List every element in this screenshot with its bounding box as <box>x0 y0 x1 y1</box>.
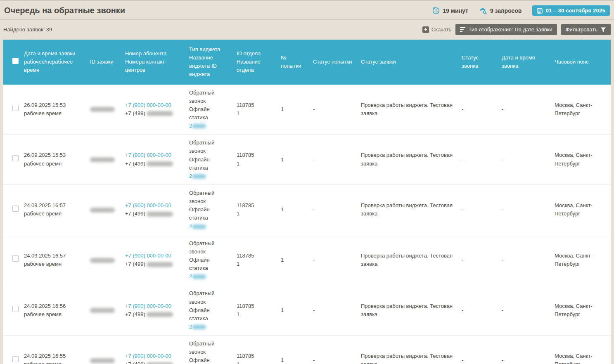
work-time-label: рабочее время <box>24 260 83 268</box>
call-datetime-empty: - <box>502 257 503 263</box>
subscriber-phone-link[interactable]: +7 (900) 000-00-00 <box>125 152 171 158</box>
attempt-number: 1 <box>281 307 284 313</box>
filter-button[interactable]: Фильтровать <box>561 24 611 35</box>
row-checkbox[interactable] <box>12 206 19 212</box>
request-id-redacted <box>90 157 115 162</box>
row-checkbox[interactable] <box>12 356 19 362</box>
display-type-label: Тип отображения: По дате заявки <box>468 26 552 33</box>
department-cell: 1187851 <box>233 85 277 135</box>
widget-name: Офлайн статика <box>189 206 230 222</box>
subscriber-phone: +7 (900) 000-00-00 <box>125 101 183 109</box>
subscriber-phone-link[interactable]: +7 (900) 000-00-00 <box>125 202 171 208</box>
row-checkbox[interactable] <box>12 255 19 262</box>
call-status-cell: - <box>458 184 498 235</box>
request-datetime-cell: 24.09.2025 16:56рабочее время <box>21 285 87 336</box>
call-datetime-cell: - <box>498 85 551 135</box>
request-datetime: 24.09.2025 16:56 <box>24 302 83 310</box>
timezone-cell: Москва, Санкт-Петербург <box>551 135 611 185</box>
funnel-icon <box>600 27 606 33</box>
work-time-label: рабочее время <box>24 210 83 218</box>
call-datetime-empty: - <box>502 156 503 163</box>
attempt-number-cell: 1 <box>277 184 310 235</box>
request-id-redacted <box>90 107 115 112</box>
attempt-status-cell: - <box>310 235 358 285</box>
callbacks-table: Дата и время заявки рабочее/нерабочее вр… <box>3 40 611 364</box>
timezone-cell: Москва, Санкт-Петербург <box>551 235 611 285</box>
widget-type: Обратный звонок <box>189 189 230 206</box>
department-name: 1 <box>237 160 274 168</box>
subscriber-phone-link[interactable]: +7 (900) 000-00-00 <box>125 102 171 108</box>
call-status-cell: - <box>458 235 498 285</box>
row-checkbox[interactable] <box>12 155 19 161</box>
col-request-id: ID заявки <box>87 40 122 85</box>
department-name: 1 <box>237 310 274 319</box>
call-status-cell: - <box>458 336 498 364</box>
contact-center-phone: +7 (499) <box>125 160 183 168</box>
request-datetime-cell: 24.09.2025 16:55рабочее время <box>21 336 87 364</box>
request-datetime: 24.09.2025 16:57 <box>24 252 83 260</box>
phone-cell: +7 (900) 000-00-00+7 (499) <box>122 85 186 135</box>
contact-center-redacted <box>147 362 173 364</box>
timezone-cell: Москва, Санкт-Петербург <box>551 285 611 336</box>
request-status-cell: Проверка работы виджета. Тестовая заявка <box>358 184 458 235</box>
call-status: - <box>462 206 463 213</box>
table-header: Дата и время заявки рабочее/нерабочее вр… <box>3 40 611 85</box>
timezone: Москва, Санкт-Петербург <box>555 253 593 267</box>
calendar-icon <box>537 8 543 14</box>
display-type-button[interactable]: Тип отображения: По дате заявки <box>455 24 557 35</box>
widget-id[interactable]: 2 <box>189 172 230 180</box>
phone-cell: +7 (900) 000-00-00+7 (499) <box>122 135 186 185</box>
contact-center-redacted <box>147 111 173 116</box>
widget-id[interactable]: 2 <box>189 272 230 281</box>
work-time-label: рабочее время <box>24 109 83 118</box>
page-header: Очередь на обратные звонки 19 минут 9 за… <box>0 1 614 20</box>
row-checkbox[interactable] <box>12 105 19 111</box>
subscriber-phone-link[interactable]: +7 (900) 000-00-00 <box>125 303 171 309</box>
attempt-number: 1 <box>281 206 284 213</box>
widget-name: Офлайн статика <box>189 306 230 323</box>
download-button[interactable]: Скачать <box>422 26 452 33</box>
department-name: 1 <box>237 210 274 218</box>
widget-id-redacted <box>192 274 206 279</box>
sort-lines-icon <box>460 27 465 32</box>
subscriber-phone-link[interactable]: +7 (900) 000-00-00 <box>125 253 171 259</box>
timezone: Москва, Санкт-Петербург <box>555 152 593 166</box>
request-datetime-cell: 26.09.2025 15:53рабочее время <box>21 135 87 185</box>
request-status-cell: Проверка работы виджета. Тестовая заявка <box>358 85 458 135</box>
request-status-cell: Проверка работы виджета. Тестовая заявка <box>358 285 458 336</box>
widget-id[interactable]: 2 <box>189 222 230 231</box>
found-count: Найдено заявок: 39 <box>3 26 52 33</box>
contact-center-phone: +7 (499) <box>125 360 183 364</box>
subscriber-phone: +7 (900) 000-00-00 <box>125 352 183 360</box>
request-id-cell <box>87 336 122 364</box>
contact-center-redacted <box>147 161 173 166</box>
request-id-cell <box>87 184 122 235</box>
request-id-cell <box>87 235 122 285</box>
department-cell: 1187851 <box>233 336 277 364</box>
table-row: 24.09.2025 16:57рабочее время+7 (900) 00… <box>3 184 611 235</box>
attempt-status: - <box>313 106 315 112</box>
timezone: Москва, Санкт-Петербург <box>555 303 593 317</box>
work-time-label: рабочее время <box>24 360 83 364</box>
request-status: Проверка работы виджета. Тестовая заявка <box>361 303 453 317</box>
widget-id[interactable]: 2 <box>189 122 230 130</box>
checkbox-cell <box>3 85 21 135</box>
date-range-button[interactable]: 01 – 30 сентября 2025 <box>532 5 610 16</box>
call-status: - <box>462 357 463 363</box>
department-id: 118785 <box>237 352 274 360</box>
widget-id[interactable]: 2 <box>189 323 230 331</box>
widget-cell: Обратный звонокОфлайн статика2 <box>186 336 233 364</box>
duration-label: 19 минут <box>443 7 468 14</box>
timezone: Москва, Санкт-Петербург <box>555 102 593 116</box>
row-checkbox[interactable] <box>12 306 19 312</box>
request-datetime: 26.09.2025 15:53 <box>24 151 83 159</box>
call-datetime-empty: - <box>502 357 503 363</box>
attempt-number: 1 <box>281 357 284 363</box>
call-status: - <box>462 257 463 263</box>
download-label: Скачать <box>431 26 452 33</box>
call-status-cell: - <box>458 135 498 185</box>
subscriber-phone-link[interactable]: +7 (900) 000-00-00 <box>125 353 171 359</box>
select-all-checkbox[interactable] <box>12 58 19 64</box>
header-stats: 19 минут 9 запросов 01 – 30 сентября 202… <box>432 5 610 16</box>
department-cell: 1187851 <box>233 184 277 235</box>
